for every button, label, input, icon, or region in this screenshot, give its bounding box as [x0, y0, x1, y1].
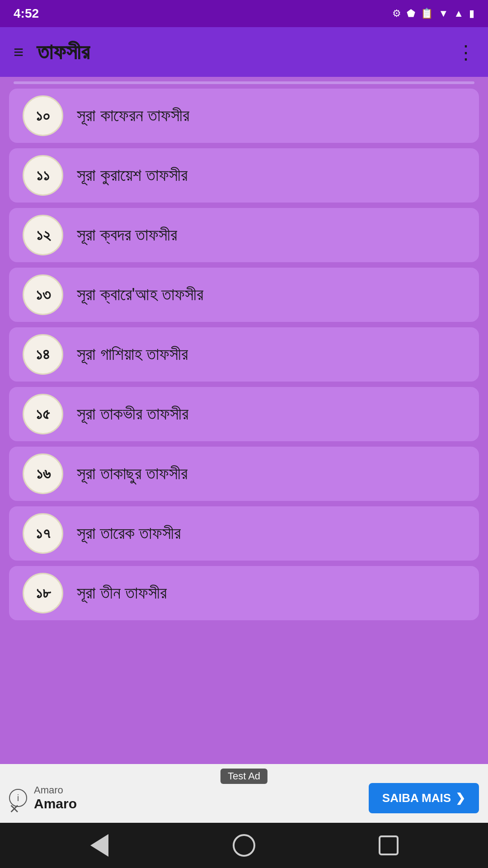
- list-item[interactable]: ১৩ সূরা ক্বারে'আহ তাফসীর: [9, 268, 479, 322]
- list-item-label: সূরা কুরায়েশ তাফসীর: [77, 165, 188, 185]
- home-button[interactable]: [230, 832, 258, 859]
- list-item-label: সূরা তাকভীর তাফসীর: [77, 404, 188, 424]
- status-time: 4:52: [14, 6, 39, 21]
- list-item-label: সূরা ক্বদর তাফসীর: [77, 225, 177, 245]
- ad-cta-button[interactable]: SAIBA MAIS ❯: [369, 783, 479, 813]
- hamburger-menu-icon[interactable]: ≡: [14, 42, 23, 62]
- settings-icon: ⚙: [392, 8, 401, 19]
- ad-test-label: Test Ad: [221, 769, 267, 784]
- recents-button[interactable]: [375, 832, 402, 859]
- list-item[interactable]: ১১ সূরা কুরায়েশ তাফসীর: [9, 148, 479, 203]
- status-icons: ⚙ ⬟ 📋 ▼ ▲ ▮: [392, 8, 474, 19]
- ad-close-icon[interactable]: ✕: [9, 802, 19, 816]
- navigation-bar: [0, 823, 488, 868]
- ad-brand: Amaro: [34, 784, 362, 796]
- list-item-label: সূরা ক্বারে'আহ তাফসীর: [77, 285, 203, 305]
- clipboard-icon: 📋: [421, 8, 433, 19]
- list-item-label: সূরা গাশিয়াহ তাফসীর: [77, 344, 188, 364]
- back-button[interactable]: [86, 832, 113, 859]
- list-item[interactable]: ১৪ সূরা গাশিয়াহ তাফসীর: [9, 327, 479, 382]
- page-title: তাফসীর: [37, 39, 443, 65]
- number-badge: ১৮: [23, 573, 63, 613]
- surah-list: ১০ সূরা কাফেরন তাফসীর ১১ সূরা কুরায়েশ ত…: [0, 84, 488, 764]
- list-item[interactable]: ১৭ সূরা তারেক তাফসীর: [9, 506, 479, 561]
- recents-icon: [379, 835, 399, 855]
- list-item-label: সূরা কাফেরন তাফসীর: [77, 106, 189, 126]
- list-item-label: সূরা তাকাছুর তাফসীর: [77, 464, 188, 484]
- ad-cta-chevron-icon: ❯: [455, 791, 465, 805]
- signal-icon: ▲: [454, 8, 464, 19]
- ad-cta-label: SAIBA MAIS: [382, 791, 451, 805]
- app-bar: ≡ তাফসীর ⋮: [0, 27, 488, 77]
- list-item-label: সূরা তীন তাফসীর: [77, 583, 167, 603]
- list-item[interactable]: ১৬ সূরা তাকাছুর তাফসীর: [9, 447, 479, 501]
- number-badge: ১৬: [23, 453, 63, 494]
- list-item-label: সূরা তারেক তাফসীর: [77, 524, 181, 543]
- battery-icon: ▮: [469, 8, 474, 19]
- back-icon: [90, 834, 108, 857]
- list-item[interactable]: ১৫ সূরা তাকভীর তাফসীর: [9, 387, 479, 441]
- number-badge: ১৪: [23, 334, 63, 375]
- more-options-icon[interactable]: ⋮: [456, 41, 474, 63]
- home-icon: [233, 834, 255, 857]
- list-item[interactable]: ১০ সূরা কাফেরন তাফসীর: [9, 89, 479, 143]
- list-item[interactable]: ১৮ সূরা তীন তাফসীর: [9, 566, 479, 620]
- number-badge: ১২: [23, 215, 63, 255]
- ad-banner: Test Ad i ✕ Amaro Amaro SAIBA MAIS ❯: [0, 764, 488, 823]
- number-badge: ১৩: [23, 274, 63, 315]
- ad-content: Amaro Amaro: [34, 784, 362, 811]
- list-item[interactable]: ১২ সূরা ক্বদর তাফসীর: [9, 208, 479, 262]
- wifi-icon: ▼: [438, 8, 448, 19]
- number-badge: ১১: [23, 155, 63, 196]
- shield-icon: ⬟: [407, 8, 415, 19]
- status-bar: 4:52 ⚙ ⬟ 📋 ▼ ▲ ▮: [0, 0, 488, 27]
- ad-name: Amaro: [34, 796, 362, 811]
- number-badge: ১৫: [23, 394, 63, 434]
- number-badge: ১০: [23, 95, 63, 136]
- number-badge: ১৭: [23, 513, 63, 554]
